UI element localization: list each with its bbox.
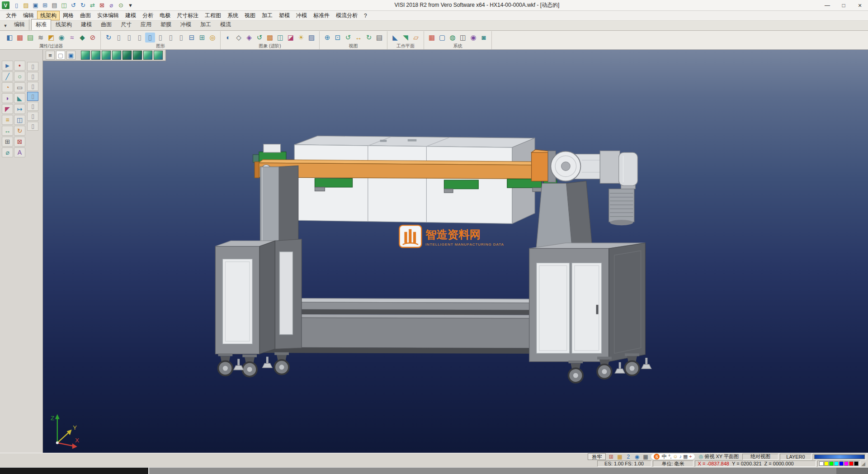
tab-die[interactable]: 冲模 [176,19,196,30]
measure-icon[interactable]: ⌀ [107,1,116,9]
layer-bin-3-button[interactable]: ▯ [27,82,38,91]
ime-logo-icon[interactable]: S [654,454,660,460]
viewport-split-icon[interactable]: ▣ [66,51,75,60]
shading-icon[interactable]: ◐ [223,33,233,43]
windows-taskbar[interactable] [0,467,868,474]
color-swatch[interactable] [829,461,834,466]
mic-icon[interactable]: ◉ [633,453,641,460]
tab-dimension[interactable]: 尺寸 [116,19,136,30]
copy-tool-icon[interactable]: ⊞ [2,137,13,147]
bin-group-icon[interactable]: ⊟ [187,33,197,43]
workplane-align-icon[interactable]: ◥ [401,33,410,43]
filter-solids-icon[interactable]: ◆ [77,33,87,43]
workplane-edit-icon[interactable]: ▱ [411,33,421,43]
3d-viewport[interactable]: 智造资料网 INTELLIGENT MANUFACTURING DATA Z Y… [43,50,868,453]
bin-3-icon[interactable]: ▯ [135,33,145,43]
bin-grid-icon[interactable]: ⊞ [197,33,207,43]
tab-surface[interactable]: 曲面 [96,19,116,30]
color-swatch[interactable] [844,461,849,466]
menu-machining[interactable]: 加工 [259,11,276,20]
workplane-create-icon[interactable]: ◣ [390,33,400,43]
tab-application[interactable]: 应用 [136,19,156,30]
text-tool-icon[interactable]: A [14,147,25,157]
layer-bin-4-button[interactable]: ▯ [27,92,38,101]
select-tool-icon[interactable]: ► [2,61,13,71]
active-layer-indicator[interactable]: LAYER0 [780,454,811,460]
window-layout-icon[interactable]: ◫ [458,33,468,43]
view-cube-iso-icon[interactable] [81,51,90,60]
layer-bin-5-button[interactable]: ▯ [27,102,38,111]
view-cube-right-icon[interactable] [133,51,142,60]
offset-tool-icon[interactable]: ≡ [2,115,13,125]
color-swatch[interactable] [819,461,824,466]
layer-bin-1-button[interactable]: ▯ [27,62,38,71]
ime-language-toggle[interactable]: 中 [661,453,666,460]
globe-icon[interactable]: ◍ [448,33,458,43]
delete-tool-icon[interactable]: ⊠ [14,137,25,147]
viewport-new-window-icon[interactable]: ▢ [56,51,65,60]
zoom-window-icon[interactable]: ⊡ [333,33,343,43]
tab-mold[interactable]: 塑膜 [156,19,176,30]
delete-icon[interactable]: ⊠ [98,1,106,9]
monitor-icon[interactable]: ▢ [437,33,447,43]
view-cube-back-icon[interactable] [112,51,121,60]
color-swatch[interactable] [839,461,844,466]
grid-toggle-icon[interactable]: ▦ [616,453,623,460]
lighting-icon[interactable]: ☀ [296,33,306,43]
chamfer-tool-icon[interactable]: ◣ [14,93,25,103]
line-tool-icon[interactable]: ╱ [2,71,13,81]
tab-wireframe[interactable]: 线架构 [51,19,76,30]
zoom-all-icon[interactable]: ⊕ [322,33,332,43]
filter-curves-icon[interactable]: ≈ [67,33,77,43]
settings-icon[interactable]: ⊙ [117,1,125,9]
menu-moldflow-analysis[interactable]: 模流分析 [333,11,361,20]
minimize-button[interactable]: — [819,0,835,10]
layer-bin-7-button[interactable]: ▯ [27,122,38,131]
maximize-button[interactable]: □ [835,0,852,10]
extend-tool-icon[interactable]: ↦ [14,104,25,114]
dynamic-rotate-icon[interactable]: ↺ [255,33,264,43]
layer-change-icon[interactable]: ▤ [25,33,35,43]
tab-moldflow[interactable]: 模流 [216,19,236,30]
save-all-icon[interactable]: ⊞ [41,1,49,9]
viewport-toolbar-separator[interactable] [77,51,80,60]
color-swatch[interactable] [854,461,859,466]
render-icon[interactable]: ◙ [479,33,489,43]
point-tool-icon[interactable]: • [14,61,25,71]
line-style-icon[interactable]: ≋ [36,33,46,43]
quick-access-dropdown-icon[interactable]: ▾ [126,1,135,9]
hidden-line-icon[interactable]: ◈ [244,33,254,43]
undo-icon[interactable]: ↺ [69,1,78,9]
fillet-tool-icon[interactable]: ◗ [2,93,13,103]
view-search-icon[interactable]: ◎ [208,33,217,43]
open-folder-icon[interactable]: ▨ [22,1,30,9]
bin-7-icon[interactable]: ▯ [176,33,186,43]
rectangle-tool-icon[interactable]: ▭ [14,82,25,92]
circle-tool-icon[interactable]: ○ [14,71,25,81]
trim-tool-icon[interactable]: ◤ [2,104,13,114]
tab-edit[interactable]: 编辑 [9,19,29,30]
menu-standard-parts[interactable]: 标准件 [310,11,333,20]
snap-lock-button[interactable]: 拴牢 [588,453,606,460]
new-file-icon[interactable]: ▯ [12,1,21,9]
keyboard-icon[interactable]: ▦ [642,453,649,460]
view-cube-left-icon[interactable] [123,51,132,60]
snap-toggle-icon[interactable]: ⊞ [607,453,615,460]
ime-emoji-icon[interactable]: ☺ [673,454,678,460]
view-cube-bottom-icon[interactable] [143,51,152,60]
ime-soft-keyboard-icon[interactable]: ▦ [683,454,688,460]
bin-1-icon[interactable]: ▯ [114,33,124,43]
tab-dropdown-icon[interactable]: ▼ [1,24,9,30]
ime-punctuation-icon[interactable]: °‚ [668,454,671,460]
filter-reset-icon[interactable]: ⊘ [88,33,98,43]
close-button[interactable]: × [852,0,868,10]
color-swatch[interactable] [849,461,854,466]
color-swatch[interactable] [834,461,839,466]
view-cube-top-icon[interactable] [91,51,100,60]
tab-machining[interactable]: 加工 [196,19,216,30]
left-cabinet[interactable] [215,239,302,354]
save-icon[interactable]: ▣ [31,1,40,9]
snapshot-icon[interactable]: ◉ [468,33,478,43]
redraw-icon[interactable]: ↻ [104,33,113,43]
background-icon[interactable]: ▨ [307,33,316,43]
